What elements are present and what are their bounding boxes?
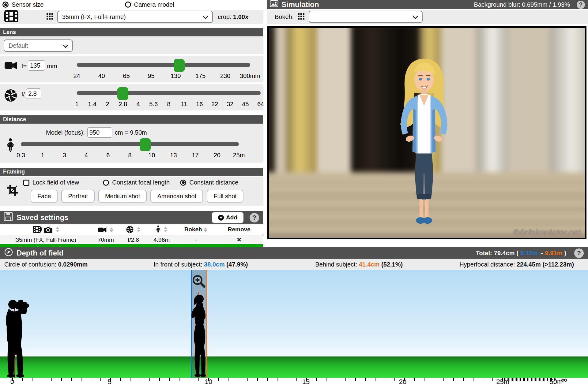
constant-distance-label: Constant distance	[189, 179, 238, 186]
dof-simulator-app: Sensor size Camera model 35mm (FX, Full-…	[0, 0, 588, 388]
constant-distance-radio[interactable]	[180, 180, 186, 186]
simulation-title: Simulation	[281, 0, 319, 9]
slider-track[interactable]	[77, 63, 250, 67]
infinity-symbol: ∞	[561, 375, 567, 385]
sensor-size-radio[interactable]	[2, 2, 9, 8]
film-strip-icon	[4, 10, 18, 24]
lock-field-of-view-label: Lock field of view	[32, 179, 79, 186]
camcorder-icon	[0, 59, 21, 70]
sort-icons[interactable]	[204, 227, 207, 232]
focal-suffix: mm	[47, 63, 57, 70]
distance-slider-thumb[interactable]	[140, 138, 151, 151]
column-focal-length[interactable]	[92, 224, 119, 235]
distance-slider[interactable]: 0.3134681013172025m	[21, 138, 239, 162]
sensor-grid-icon[interactable]	[47, 13, 53, 21]
framing-shot-button[interactable]: Full shot	[207, 190, 243, 203]
distance-section-header: Distance	[0, 115, 263, 124]
crop-icon	[7, 185, 18, 197]
saved-settings-header-row: / Bokeh	[0, 224, 263, 235]
focal-length-slider[interactable]: 24406595130175230300mm	[77, 59, 250, 82]
column-camera[interactable]: /	[0, 224, 92, 235]
sort-icons[interactable]	[164, 227, 168, 232]
add-setting-button[interactable]: + Add	[212, 212, 243, 223]
framing-shot-button[interactable]: Medium shot	[98, 190, 147, 203]
floppy-disk-icon	[4, 212, 13, 223]
aperture-prefix: f/	[21, 91, 25, 98]
column-distance[interactable]	[147, 224, 176, 235]
simulation-header: Simulation Background blur: 0.695mm / 1.…	[267, 0, 588, 9]
crop-factor: crop: 1.00x	[218, 13, 248, 21]
framing-shot-button[interactable]: American shot	[150, 190, 203, 203]
column-aperture[interactable]	[119, 224, 147, 235]
focal-length-input[interactable]	[28, 60, 45, 71]
dof-help-button[interactable]: ?	[574, 248, 584, 258]
plus-icon: +	[218, 215, 224, 221]
framing-shot-button[interactable]: Portrait	[61, 190, 94, 203]
bokeh-select[interactable]	[309, 11, 423, 23]
sort-icons[interactable]	[56, 227, 59, 232]
sort-icons[interactable]	[137, 227, 141, 232]
background-blur-readout: Background blur: 0.695mm / 1.93%	[474, 1, 570, 8]
lens-preset-row: Default	[0, 37, 263, 54]
framing-shot-button[interactable]: Face	[31, 190, 58, 203]
lock-field-of-view-checkbox[interactable]	[23, 180, 29, 186]
camera-model-radio[interactable]	[125, 2, 131, 8]
dof-header: Depth of field Total:79.4cm (9.12m ~9.91…	[0, 247, 588, 259]
simulation-image: ©dofsimulator.net	[267, 26, 586, 239]
sort-icons[interactable]	[110, 227, 113, 232]
saved-setting-row[interactable]: 35mm (FX, Full-Frame) 70mm f/2.8 4.96m -…	[0, 235, 263, 244]
ruler-compressed-ticks	[503, 378, 556, 381]
bokeh-grid-icon[interactable]	[298, 13, 304, 21]
focus-distance-converted: cm = 9.50m	[115, 129, 147, 136]
zoom-in-icon[interactable]	[192, 274, 206, 289]
depth-of-field-panel: Depth of field Total:79.4cm (9.12m ~9.91…	[0, 247, 588, 388]
simulation-help-button[interactable]: ?	[577, 1, 585, 9]
grass	[0, 356, 588, 378]
slider-track[interactable]	[77, 91, 261, 95]
watermark: ©dofsimulator.net	[514, 228, 581, 237]
sensor-size-value: 35mm (FX, Full-Frame)	[62, 13, 126, 21]
slider-track[interactable]	[21, 142, 239, 146]
picture-icon	[270, 0, 278, 9]
constant-focal-length-radio[interactable]	[103, 180, 109, 186]
constant-focal-length-label: Constant focal length	[112, 179, 170, 186]
framing-section-header: Framing	[0, 168, 263, 176]
saved-settings-help-button[interactable]: ?	[250, 213, 259, 222]
framing-shot-buttons: FacePortraitMedium shotAmerican shotFull…	[31, 190, 263, 203]
focus-distance-input[interactable]	[87, 127, 112, 138]
aperture-slider[interactable]: 11.422.845.68111622324564	[77, 87, 261, 110]
photographer-silhouette	[1, 298, 31, 378]
camera-lens-panel: Sensor size Camera model 35mm (FX, Full-…	[0, 0, 263, 262]
column-remove: Remove	[216, 224, 263, 235]
circle-of-confusion: Circle of confusion: 0.0290mm	[4, 261, 88, 268]
dof-total-readout: Total:79.4cm (9.12m ~9.91m )	[476, 250, 566, 257]
lens-section-header: Lens	[0, 28, 263, 36]
front-of-subject: In front of subject: 38.0cm (47.9%)	[153, 261, 248, 268]
column-bokeh[interactable]: Bokeh	[176, 224, 216, 235]
model-cartoon	[388, 55, 460, 235]
sensor-mode-row: Sensor size Camera model	[0, 0, 263, 9]
ruler-minor-ticks	[12, 378, 503, 381]
dof-scene	[0, 270, 588, 378]
focal-slider-thumb[interactable]	[174, 59, 185, 72]
aperture-icon	[0, 87, 21, 102]
lens-preset-value: Default	[9, 42, 28, 49]
aperture-row: f/ 11.422.845.68111622324564	[0, 84, 263, 110]
camera-model-label: Camera model	[134, 1, 174, 8]
aperture-input[interactable]	[26, 88, 41, 99]
aperture-slider-thumb[interactable]	[117, 87, 128, 100]
distance-ruler[interactable]: 0 5 10 15 20 25m 50m	[0, 378, 588, 388]
saved-settings-header: Saved settings + Add ?	[0, 211, 263, 224]
remove-setting-button[interactable]: ✕	[216, 235, 263, 244]
bokeh-label: Bokeh:	[275, 13, 294, 21]
bokeh-row: Bokeh:	[267, 10, 588, 24]
sensor-select-row: 35mm (FX, Full-Frame) crop: 1.00x	[0, 10, 263, 24]
framing-body: Lock field of view Constant focal length…	[0, 177, 263, 206]
model-person-icon	[0, 138, 21, 152]
compass-icon	[4, 248, 13, 258]
aperture-tick-labels: 11.422.845.68111622324564	[77, 101, 261, 109]
model-silhouette[interactable]	[186, 293, 212, 378]
sensor-size-select[interactable]: 35mm (FX, Full-Frame)	[57, 11, 213, 23]
focus-distance-label: Model (focus):	[46, 129, 85, 136]
lens-preset-select[interactable]: Default	[4, 39, 73, 52]
